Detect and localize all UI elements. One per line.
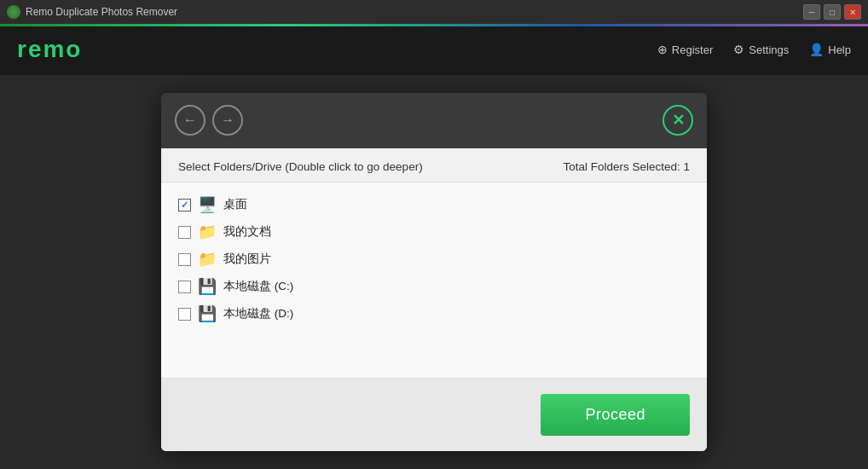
forward-button[interactable]: → [212,105,243,136]
dialog-close-button[interactable]: ✕ [663,105,693,136]
folder-item-pictures[interactable]: 📁我的图片 [178,246,690,273]
app-icon [7,5,20,19]
folder-label-driveD: 本地磁盘 (D:) [223,306,293,321]
minimize-button[interactable]: ─ [803,4,820,20]
maximize-button[interactable]: □ [824,4,841,20]
folder-icon-desktop: 🖥️ [198,195,217,214]
folder-list: 🖥️桌面📁我的文档📁我的图片💾本地磁盘 (C:)💾本地磁盘 (D:) [161,182,707,378]
folder-checkbox-pictures[interactable] [178,253,191,266]
settings-label: Settings [749,43,789,56]
folder-label-pictures: 我的图片 [223,252,271,267]
folder-icon-pictures: 📁 [198,250,217,269]
folder-item-docs[interactable]: 📁我的文档 [178,218,690,246]
folder-icon-docs: 📁 [198,223,217,241]
title-bar-text: Remo Duplicate Photos Remover [26,6,803,18]
back-button[interactable]: ← [175,105,205,136]
folder-item-desktop[interactable]: 🖥️桌面 [178,191,690,218]
help-label: Help [828,43,851,56]
dialog-nav-bar: ← → ✕ [161,93,707,148]
folder-icon-driveC: 💾 [198,277,217,296]
window-controls: ─ □ ✕ [803,4,861,20]
proceed-button[interactable]: Proceed [541,394,690,436]
main-content: ← → ✕ Select Folders/Drive (Double click… [0,75,868,469]
window-close-button[interactable]: ✕ [844,4,861,20]
app-header: remo ⊕ Register ⚙ Settings 👤 Help [0,24,868,75]
folder-header: Select Folders/Drive (Double click to go… [161,148,707,182]
folder-label-docs: 我的文档 [223,224,271,240]
header-nav: ⊕ Register ⚙ Settings 👤 Help [657,43,851,56]
folder-select-dialog: ← → ✕ Select Folders/Drive (Double click… [161,93,707,451]
folder-count-label: Total Folders Selected: 1 [563,160,690,173]
folder-header-instruction: Select Folders/Drive (Double click to go… [178,160,423,173]
folder-item-driveC[interactable]: 💾本地磁盘 (C:) [178,273,690,300]
register-nav-item[interactable]: ⊕ Register [657,43,713,56]
dialog-footer: Proceed [161,378,707,451]
folder-checkbox-docs[interactable] [178,226,191,239]
logo-text: remo [17,36,82,62]
folder-checkbox-desktop[interactable] [178,199,191,211]
nav-arrows: ← → [175,105,243,136]
folder-item-driveD[interactable]: 💾本地磁盘 (D:) [178,300,690,327]
app-logo: remo [17,36,82,63]
folder-checkbox-driveC[interactable] [178,281,191,293]
settings-icon: ⚙ [733,43,744,56]
settings-nav-item[interactable]: ⚙ Settings [733,43,789,56]
register-icon: ⊕ [657,43,668,56]
help-nav-item[interactable]: 👤 Help [809,43,851,56]
folder-label-desktop: 桌面 [223,197,247,212]
dialog-body: Select Folders/Drive (Double click to go… [161,148,707,451]
register-label: Register [672,43,713,56]
folder-label-driveC: 本地磁盘 (C:) [223,279,293,294]
folder-icon-driveD: 💾 [198,304,217,323]
help-icon: 👤 [809,43,824,56]
folder-checkbox-driveD[interactable] [178,308,191,321]
title-bar: Remo Duplicate Photos Remover ─ □ ✕ [0,0,868,24]
